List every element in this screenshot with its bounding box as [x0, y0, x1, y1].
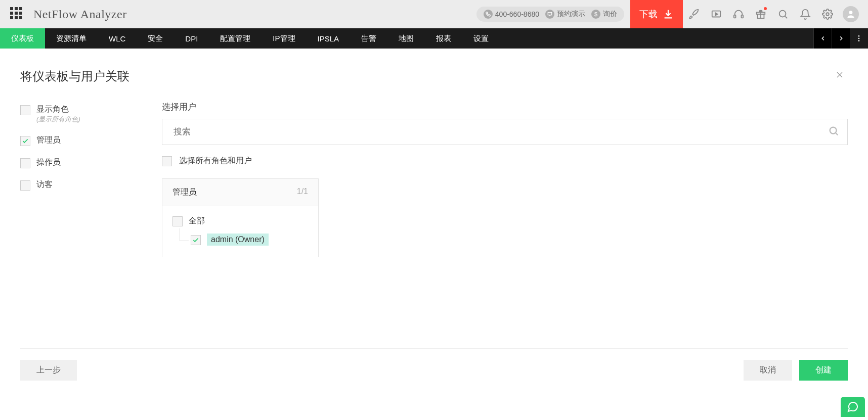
svg-point-8: [849, 11, 853, 14]
headset-icon[interactable]: [727, 0, 750, 28]
svg-point-9: [858, 35, 860, 37]
search-icon[interactable]: [828, 125, 839, 138]
bell-icon[interactable]: [794, 0, 816, 28]
search-icon[interactable]: [772, 0, 794, 28]
svg-rect-0: [548, 13, 552, 15]
download-button[interactable]: 下载: [630, 0, 683, 28]
nav-item-1[interactable]: 资源清单: [45, 28, 98, 49]
top-bar: NetFlow Analyzer 400-660-8680 预约演示 $ 询价 …: [0, 0, 868, 28]
role-label-2: 访客: [36, 179, 53, 190]
phone-number: 400-660-8680: [495, 10, 539, 18]
all-label: 全部: [189, 216, 205, 226]
demo-label: 预约演示: [557, 10, 585, 19]
select-all-label: 选择所有角色和用户: [179, 156, 252, 166]
phone-segment[interactable]: 400-660-8680: [484, 10, 539, 19]
nav-item-0[interactable]: 仪表板: [0, 28, 45, 49]
download-label: 下载: [639, 8, 658, 20]
nav-more-icon[interactable]: [850, 28, 868, 49]
app-title: NetFlow Analyzer: [33, 8, 127, 21]
svg-point-6: [779, 11, 786, 17]
prev-button[interactable]: 上一步: [20, 360, 77, 381]
svg-rect-2: [734, 15, 736, 18]
role-label-0: 管理员: [36, 135, 61, 146]
presentation-icon[interactable]: [705, 0, 727, 28]
search-wrapper: [162, 119, 848, 145]
role-label-1: 操作员: [36, 157, 61, 168]
download-icon: [663, 9, 674, 20]
user-search-input[interactable]: [173, 127, 822, 137]
show-roles-sublabel: (显示所有角色): [36, 115, 80, 124]
page-title: 将仪表板与用户关联: [20, 68, 129, 84]
card-count: 1/1: [297, 187, 308, 198]
role-sidebar: 显示角色 (显示所有角色) 管理员操作员访客: [20, 101, 142, 257]
show-roles-checkbox[interactable]: [20, 105, 30, 115]
close-icon[interactable]: [832, 67, 848, 86]
cancel-button[interactable]: 取消: [744, 360, 792, 381]
contact-pill: 400-660-8680 预约演示 $ 询价: [476, 7, 624, 22]
demo-segment[interactable]: 预约演示: [545, 10, 585, 19]
nav-item-3[interactable]: 安全: [137, 28, 174, 49]
nav-item-4[interactable]: DPI: [174, 28, 209, 49]
role-checkbox-0[interactable]: [20, 136, 30, 146]
quote-segment[interactable]: $ 询价: [591, 10, 617, 19]
main-nav: 仪表板资源清单WLC安全DPI配置管理IP管理IPSLA告警地图报表设置: [0, 28, 868, 49]
nav-item-6[interactable]: IP管理: [262, 28, 306, 49]
create-button[interactable]: 创建: [799, 360, 848, 381]
nav-item-9[interactable]: 地图: [387, 28, 425, 49]
select-all-checkbox[interactable]: [162, 156, 172, 166]
nav-item-11[interactable]: 设置: [462, 28, 500, 49]
settings-icon[interactable]: [816, 0, 839, 28]
nav-scroll-left[interactable]: [813, 28, 832, 49]
user-role-card: 管理员 1/1 全部 admin (Owner): [162, 178, 319, 257]
phone-icon: [484, 10, 493, 19]
nav-item-5[interactable]: 配置管理: [209, 28, 262, 49]
nav-item-7[interactable]: IPSLA: [307, 28, 351, 49]
svg-point-11: [858, 40, 860, 41]
gift-icon[interactable]: [750, 0, 772, 28]
user-checkbox-admin[interactable]: [191, 235, 201, 245]
svg-point-7: [826, 13, 829, 16]
select-user-label: 选择用户: [162, 101, 848, 113]
presentation-icon: [545, 10, 554, 19]
user-name-admin[interactable]: admin (Owner): [207, 234, 269, 246]
nav-item-2[interactable]: WLC: [98, 28, 137, 49]
nav-item-10[interactable]: 报表: [425, 28, 462, 49]
role-checkbox-1[interactable]: [20, 158, 30, 168]
nav-scroll-right[interactable]: [832, 28, 850, 49]
role-checkbox-2[interactable]: [20, 180, 30, 191]
card-role-title: 管理员: [172, 187, 197, 198]
svg-point-10: [858, 38, 860, 39]
svg-rect-3: [742, 15, 744, 18]
nav-item-8[interactable]: 告警: [350, 28, 387, 49]
svg-point-12: [830, 127, 837, 134]
dollar-icon: $: [591, 10, 600, 19]
app-launcher-icon[interactable]: [10, 7, 24, 21]
select-all-role-checkbox[interactable]: [172, 216, 183, 226]
show-roles-label: 显示角色: [36, 104, 80, 115]
user-avatar[interactable]: [843, 6, 859, 22]
rocket-icon[interactable]: [683, 0, 705, 28]
quote-label: 询价: [603, 10, 617, 19]
